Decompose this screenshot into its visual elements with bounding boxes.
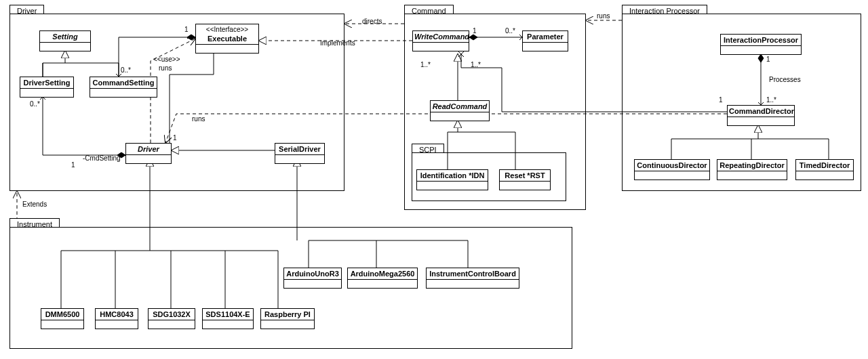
label-directs: directs [362, 18, 382, 25]
mult-driver-top-1: 1 [173, 134, 177, 142]
mult-exec-1: 1 [184, 26, 189, 33]
label-cmd-setting: -CmdSetting [83, 154, 121, 162]
label-runs-2: runs [597, 12, 610, 20]
class-interaction-processor-name: InteractionProcessor [721, 35, 801, 46]
class-sds1104x: SDS1104X-E [202, 308, 254, 329]
class-write-command-name: WriteCommand [413, 31, 469, 43]
package-driver-label: Driver [9, 5, 44, 14]
label-implements: Implements [320, 39, 355, 47]
label-use: <<use>> [153, 56, 180, 63]
class-command-setting: CommandSetting [90, 77, 157, 98]
class-continuous-director: ContinuousDirector [634, 159, 710, 180]
class-serial-driver-name: SerialDriver [275, 144, 324, 155]
class-driver: Driver [125, 143, 172, 164]
class-raspberry-pi: Raspberry PI [260, 308, 315, 329]
class-repeating-director: RepeatingDirector [717, 159, 787, 180]
class-continuous-director-name: ContinuousDirector [635, 160, 709, 171]
class-executable-stereotype: <<Interface>> [196, 24, 258, 33]
class-executable-name: Executable [196, 33, 258, 45]
package-instrument-label: Instrument [9, 218, 60, 228]
class-driver-name: Driver [126, 144, 171, 155]
class-interaction-processor: InteractionProcessor [720, 34, 802, 55]
mult-cd-1: 1 [719, 96, 723, 104]
class-parameter-name: Parameter [523, 31, 568, 43]
class-identification: Identification *IDN [416, 169, 488, 190]
package-command-label: Command [404, 5, 454, 14]
class-driver-setting-name: DriverSetting [20, 77, 73, 89]
class-arduino-uno: ArduinoUnoR3 [283, 268, 342, 289]
class-command-setting-name: CommandSetting [90, 77, 157, 89]
class-sdg1032x-name: SDG1032X [149, 309, 195, 320]
class-write-command: WriteCommand [412, 30, 469, 51]
class-parameter: Parameter [522, 30, 568, 51]
class-dmm6500: DMM6500 [41, 308, 84, 329]
class-sds1104x-name: SDS1104X-E [203, 309, 253, 320]
mult-wc-1s-a: 1..* [420, 61, 431, 68]
class-executable: <<Interface>> Executable [195, 24, 259, 54]
class-sdg1032x: SDG1032X [148, 308, 195, 329]
package-scpi-label: SCPI [412, 144, 444, 153]
mult-driver-1: 1 [71, 161, 75, 169]
class-command-director: CommandDirector [727, 105, 795, 126]
mult-wc-1: 1 [473, 27, 477, 35]
class-arduino-mega-name: ArduinoMega2560 [348, 268, 417, 280]
class-arduino-mega: ArduinoMega2560 [347, 268, 418, 289]
mult-cd-1s: 1..* [766, 96, 776, 104]
label-extends: Extends [22, 200, 47, 208]
class-setting: Setting [39, 30, 91, 51]
class-hmc8043-name: HMC8043 [96, 309, 138, 320]
uml-diagram: Executable (dashed, open arrow) --> Comm… [0, 0, 868, 359]
class-instrument-control-board: InstrumentControlBoard [426, 268, 519, 289]
class-command-director-name: CommandDirector [728, 106, 794, 117]
class-repeating-director-name: RepeatingDirector [717, 160, 787, 171]
mult-wc-1s-b: 1..* [471, 61, 481, 68]
class-arduino-uno-name: ArduinoUnoR3 [284, 268, 341, 280]
mult-cs-0s: 0..* [121, 66, 131, 74]
class-serial-driver: SerialDriver [275, 143, 325, 164]
class-reset-name: Reset *RST [500, 170, 550, 182]
mult-param-0s: 0..* [505, 27, 515, 35]
class-dmm6500-name: DMM6500 [41, 309, 83, 320]
class-reset: Reset *RST [499, 169, 551, 190]
mult-ds-0s: 0..* [30, 100, 40, 108]
class-read-command-name: ReadCommand [431, 101, 489, 112]
class-instrument-control-board-name: InstrumentControlBoard [427, 268, 519, 280]
class-timed-director-name: TimedDirector [796, 160, 853, 171]
label-runs-1: runs [159, 64, 172, 72]
class-read-command: ReadCommand [430, 100, 490, 121]
label-processes: Processes [769, 76, 801, 83]
class-setting-name: Setting [40, 31, 90, 43]
class-hmc8043: HMC8043 [95, 308, 138, 329]
class-driver-setting: DriverSetting [20, 77, 74, 98]
label-runs-3: runs [192, 115, 205, 123]
package-interaction-label: Interaction Processor [622, 5, 707, 14]
class-timed-director: TimedDirector [795, 159, 854, 180]
class-raspberry-pi-name: Raspberry PI [261, 309, 314, 320]
class-identification-name: Identification *IDN [417, 170, 488, 182]
mult-ip-1: 1 [766, 56, 770, 63]
